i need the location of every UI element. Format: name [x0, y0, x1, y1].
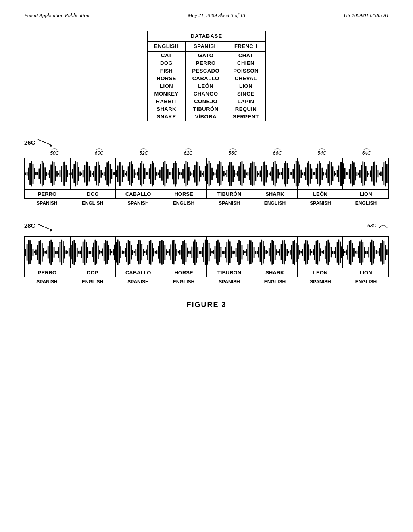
lang-label: SPANISH: [206, 279, 252, 285]
svg-rect-39: [81, 173, 82, 175]
svg-rect-195: [317, 164, 318, 184]
svg-rect-315: [132, 250, 133, 255]
svg-rect-465: [359, 241, 361, 263]
svg-rect-21: [54, 162, 55, 185]
svg-rect-208: [336, 170, 338, 177]
svg-rect-348: [182, 241, 184, 264]
svg-rect-406: [270, 243, 271, 262]
svg-rect-248: [31, 244, 32, 260]
svg-rect-146: [243, 164, 244, 183]
svg-rect-397: [257, 251, 258, 254]
svg-rect-203: [329, 161, 330, 186]
svg-rect-114: [194, 165, 196, 182]
svg-rect-211: [341, 162, 342, 186]
svg-rect-119: [202, 173, 203, 175]
svg-rect-282: [82, 242, 83, 263]
svg-rect-260: [49, 241, 50, 263]
svg-rect-99: [172, 168, 173, 179]
svg-rect-133: [223, 171, 224, 177]
svg-rect-272: [67, 251, 68, 253]
svg-rect-455: [344, 251, 346, 253]
svg-rect-159: [263, 162, 264, 185]
svg-rect-68: [125, 173, 126, 175]
svg-rect-306: [119, 241, 120, 263]
svg-rect-395: [254, 247, 255, 258]
svg-rect-294: [100, 251, 102, 254]
svg-rect-128: [216, 169, 217, 178]
svg-rect-46: [92, 173, 93, 175]
svg-rect-169: [277, 169, 279, 178]
svg-rect-345: [178, 251, 179, 253]
svg-rect-38: [79, 171, 81, 176]
svg-rect-230: [370, 171, 371, 177]
svg-rect-212: [343, 163, 344, 184]
svg-rect-326: [149, 241, 150, 264]
svg-rect-120: [203, 171, 204, 177]
svg-rect-346: [179, 250, 181, 255]
svg-rect-64: [119, 162, 120, 186]
svg-rect-130: [219, 161, 220, 186]
svg-rect-354: [191, 246, 192, 258]
label-26c: 26C: [24, 137, 389, 147]
svg-rect-339: [169, 249, 170, 255]
svg-rect-163: [269, 173, 270, 175]
svg-rect-60: [113, 172, 114, 175]
svg-rect-418: [288, 251, 289, 253]
svg-rect-2: [25, 172, 26, 175]
svg-rect-217: [350, 164, 352, 184]
svg-rect-324: [146, 249, 147, 255]
svg-rect-201: [326, 169, 327, 178]
svg-rect-289: [93, 243, 94, 262]
svg-rect-228: [367, 171, 368, 177]
svg-rect-55: [105, 167, 106, 181]
svg-rect-7: [33, 164, 34, 184]
table-row: RABBITCONEJOLAPIN: [147, 98, 266, 105]
svg-rect-431: [308, 244, 309, 260]
svg-rect-265: [56, 251, 58, 254]
svg-rect-102: [176, 163, 177, 184]
svg-rect-327: [150, 240, 152, 265]
svg-rect-451: [338, 240, 339, 265]
word-label: CABALLO: [116, 268, 161, 277]
svg-rect-287: [90, 251, 91, 254]
waveform-cell: [298, 237, 343, 268]
svg-rect-178: [291, 172, 292, 175]
svg-rect-468: [364, 247, 365, 258]
lang-label: ENGLISH: [343, 279, 389, 285]
svg-rect-448: [334, 251, 335, 254]
svg-rect-305: [117, 240, 119, 265]
svg-rect-101: [175, 161, 176, 187]
svg-rect-83: [147, 172, 148, 175]
svg-rect-34: [73, 164, 75, 183]
header-left: Patent Application Publication: [24, 12, 90, 19]
svg-rect-374: [222, 251, 223, 254]
word-label: DOG: [70, 268, 116, 277]
table-row: MONKEYCHANGOSINGE: [147, 90, 266, 98]
svg-rect-436: [315, 241, 317, 264]
svg-rect-118: [200, 171, 202, 177]
svg-rect-51: [99, 165, 100, 183]
svg-rect-12: [40, 164, 41, 184]
arrow-26c: [35, 137, 56, 147]
lang-label: SPANISH: [24, 279, 70, 285]
svg-rect-254: [40, 240, 41, 265]
svg-rect-366: [210, 248, 211, 256]
svg-rect-175: [287, 163, 288, 184]
svg-rect-6: [31, 161, 32, 187]
svg-rect-410: [276, 249, 277, 255]
svg-rect-361: [202, 247, 203, 257]
svg-rect-298: [106, 241, 108, 264]
lang-labels-26c: SPANISHENGLISHSPANISHENGLISHSPANISHENGLI…: [24, 200, 389, 206]
svg-rect-174: [285, 161, 286, 187]
svg-rect-122: [207, 164, 208, 184]
lang-labels-28c: SPANISHENGLISHSPANISHENGLISHSPANISHENGLI…: [24, 279, 389, 285]
waveform-cell: [252, 158, 298, 189]
svg-rect-194: [315, 168, 317, 179]
svg-rect-213: [344, 168, 346, 179]
svg-rect-443: [326, 241, 327, 263]
svg-rect-170: [279, 172, 280, 175]
svg-rect-96: [167, 169, 169, 178]
svg-rect-226: [364, 162, 365, 185]
svg-rect-307: [120, 246, 121, 258]
svg-rect-89: [156, 172, 158, 176]
